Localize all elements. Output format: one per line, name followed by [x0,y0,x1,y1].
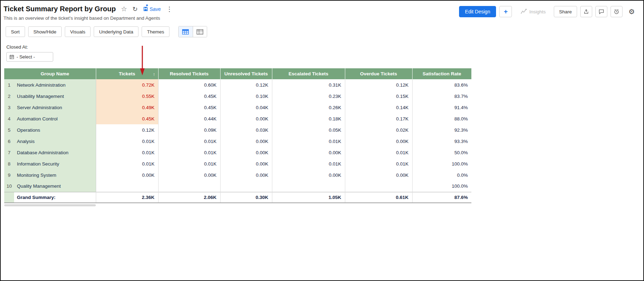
show-hide-button[interactable]: Show/Hide [28,26,62,37]
value-cell[interactable]: 83.6% [412,79,471,90]
row-number-cell[interactable]: 3 [4,102,14,113]
row-number-cell[interactable]: 9 [4,169,14,181]
group-name-cell[interactable]: Network Administration [14,79,96,90]
more-options-icon[interactable]: ⋮ [166,6,173,12]
value-cell[interactable]: 0.55K [96,90,158,102]
column-header-unresolved-tickets[interactable]: Unresolved Tickets [220,68,272,79]
sort-ascending-icon[interactable]: ↑ [153,71,155,76]
value-cell[interactable]: 0.01K [96,158,158,169]
value-cell[interactable]: 0.00K [220,113,272,124]
value-cell[interactable]: 0.01K [96,147,158,158]
value-cell[interactable]: 0.00K [220,158,272,169]
column-header-tickets[interactable]: Tickets ↑ [96,68,158,79]
settings-button[interactable]: ⚙ [626,6,638,17]
group-name-cell[interactable]: Server Administration [14,102,96,113]
save-button[interactable]: ✱ Save [143,6,161,12]
value-cell[interactable]: 0.00K [158,169,220,181]
value-cell[interactable]: 0.05K [272,124,345,136]
value-cell[interactable]: 0.00K [96,169,158,181]
value-cell[interactable]: 0.12K [220,79,272,90]
value-cell[interactable]: 100.0% [412,158,471,169]
group-name-cell[interactable]: Analysis [14,136,96,147]
value-cell[interactable]: 0.00K [272,169,345,181]
value-cell[interactable]: 0.01K [96,136,158,147]
group-name-cell[interactable]: Database Administration [14,147,96,158]
value-cell[interactable]: 0.15K [345,90,412,102]
value-cell[interactable]: 0.17K [345,113,412,124]
value-cell[interactable]: 0.44K [158,113,220,124]
value-cell[interactable]: 0.45K [96,113,158,124]
value-cell[interactable]: 0.01K [158,158,220,169]
favorite-star-icon[interactable]: ☆ [121,6,127,12]
value-cell[interactable]: 0.10K [220,90,272,102]
value-cell[interactable]: 0.00K [345,136,412,147]
value-cell[interactable]: 0.01K [345,147,412,158]
column-header-overdue-tickets[interactable]: Overdue Tickets [345,68,412,79]
value-cell[interactable]: 0.09K [158,124,220,136]
value-cell[interactable]: 93.3% [412,136,471,147]
value-cell[interactable]: 0.0% [412,169,471,181]
themes-button[interactable]: Themes [142,26,169,37]
underlying-data-button[interactable]: Underlying Data [94,26,138,37]
row-number-cell[interactable]: 5 [4,124,14,136]
row-number-cell[interactable]: 6 [4,136,14,147]
visuals-button[interactable]: Visuals [65,26,91,37]
row-number-cell[interactable]: 7 [4,147,14,158]
share-button[interactable]: Share [554,6,577,17]
value-cell[interactable] [345,181,412,192]
row-number-cell[interactable]: 8 [4,158,14,169]
value-cell[interactable]: 0.01K [158,136,220,147]
value-cell[interactable]: 0.18K [272,113,345,124]
value-cell[interactable] [220,181,272,192]
value-cell[interactable]: 0.26K [272,102,345,113]
value-cell[interactable]: 0.00K [272,147,345,158]
value-cell[interactable]: 100.0% [412,181,471,192]
value-cell[interactable]: 0.00K [220,147,272,158]
history-button[interactable] [611,6,623,17]
value-cell[interactable]: 0.01K [158,147,220,158]
row-number-cell[interactable]: 4 [4,113,14,124]
value-cell[interactable]: 0.23K [272,90,345,102]
value-cell[interactable]: 0.01K [272,136,345,147]
comments-button[interactable] [595,6,607,17]
group-name-cell[interactable]: Information Security [14,158,96,169]
insights-button[interactable]: Insights [515,6,551,17]
column-header-group-name[interactable]: Group Name [14,68,96,79]
row-number-cell[interactable]: 1 [4,79,14,90]
value-cell[interactable]: 91.4% [412,102,471,113]
group-name-cell[interactable]: Monitoring System [14,169,96,181]
horizontal-scrollbar[interactable] [4,204,96,206]
group-name-cell[interactable]: Quality Management [14,181,96,192]
column-header-satisfaction-rate[interactable]: Satisfaction Rate [412,68,471,79]
column-header-resolved-tickets[interactable]: Resolved Tickets [158,68,220,79]
closed-at-select[interactable]: - Select - [6,52,53,62]
export-button[interactable] [580,6,592,17]
group-name-cell[interactable]: Automation Control [14,113,96,124]
value-cell[interactable]: 0.03K [220,124,272,136]
value-cell[interactable]: 0.12K [345,79,412,90]
edit-design-button[interactable]: Edit Design [459,6,496,17]
value-cell[interactable]: 88.0% [412,113,471,124]
value-cell[interactable]: 0.45K [158,90,220,102]
value-cell[interactable]: 0.31K [272,79,345,90]
refresh-icon[interactable]: ↻ [132,6,138,12]
row-number-cell[interactable]: 2 [4,90,14,102]
add-button[interactable]: + [499,6,512,17]
value-cell[interactable]: 0.45K [158,102,220,113]
value-cell[interactable]: 0.01K [345,158,412,169]
value-cell[interactable]: 0.04K [220,102,272,113]
value-cell[interactable]: 83.7% [412,90,471,102]
summary-view-button[interactable] [193,26,207,37]
value-cell[interactable]: 0.72K [96,79,158,90]
value-cell[interactable]: 0.60K [158,79,220,90]
sort-button[interactable]: Sort [6,26,25,37]
value-cell[interactable]: 0.01K [272,158,345,169]
value-cell[interactable]: 50.0% [412,147,471,158]
value-cell[interactable]: 0.00K [220,136,272,147]
value-cell[interactable]: 0.00K [220,169,272,181]
value-cell[interactable] [272,181,345,192]
value-cell[interactable] [96,181,158,192]
group-name-cell[interactable]: Operations [14,124,96,136]
value-cell[interactable]: 0.02K [345,124,412,136]
value-cell[interactable]: 0.14K [345,102,412,113]
